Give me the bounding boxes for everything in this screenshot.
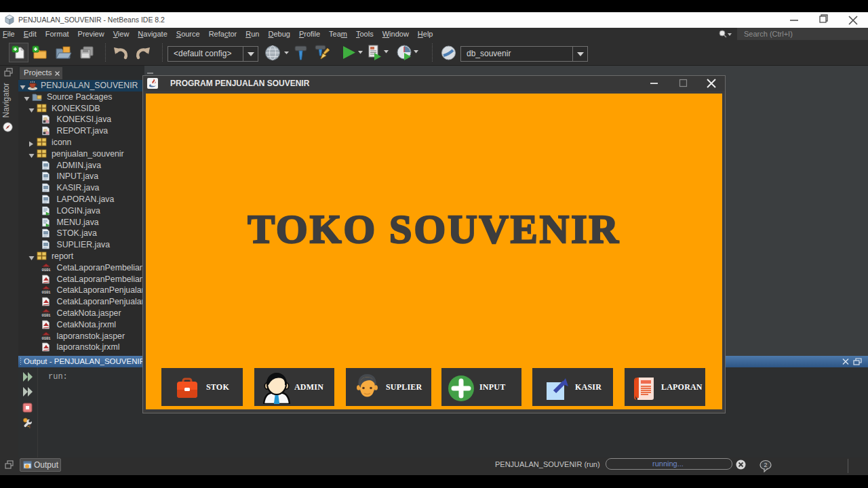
svg-text:2: 2 (764, 462, 767, 468)
svg-text:0101: 0101 (41, 313, 51, 318)
svg-text:=|: =| (27, 424, 30, 428)
svg-text:0101: 0101 (41, 268, 51, 272)
svg-text:0101: 0101 (41, 336, 51, 341)
svg-text:0101: 0101 (41, 290, 51, 295)
